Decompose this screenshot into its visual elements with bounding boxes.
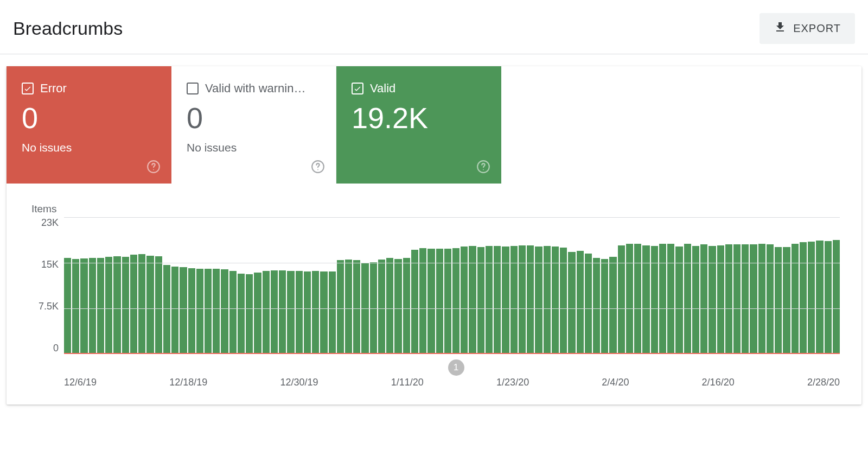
help-icon[interactable] [146,160,161,174]
chart-bar[interactable] [750,244,757,354]
chart-bar[interactable] [89,258,96,354]
chart-bar[interactable] [263,271,270,354]
chart-bar[interactable] [196,269,203,354]
chart-bar[interactable] [560,248,567,354]
chart-bar[interactable] [634,244,641,354]
checkbox-warning[interactable] [187,83,199,94]
chart-bar[interactable] [146,256,154,354]
chart-bar[interactable] [238,274,245,354]
chart-bar[interactable] [386,258,393,354]
chart-bar[interactable] [345,260,352,354]
chart-bar[interactable] [692,246,699,354]
chart-bar[interactable] [403,258,410,354]
chart-bar[interactable] [585,254,592,354]
chart-bar[interactable] [436,249,443,354]
chart-bar[interactable] [452,248,459,354]
chart-bar[interactable] [296,271,303,354]
chart-bar[interactable] [221,269,228,354]
tile-error[interactable]: Error 0 No issues [7,66,171,184]
checkbox-valid[interactable] [352,83,363,94]
chart-bar[interactable] [725,244,732,354]
chart-bar[interactable] [205,269,212,354]
chart-bar[interactable] [64,258,71,354]
chart-bar[interactable] [411,250,418,354]
chart-bar[interactable] [378,260,385,354]
chart-bar[interactable] [642,245,649,355]
chart-bar[interactable] [742,244,749,354]
chart-bar[interactable] [130,255,137,354]
tile-warning[interactable]: Valid with warnin… 0 No issues [171,66,336,184]
chart-bar[interactable] [97,258,104,354]
chart-bar[interactable] [254,273,261,354]
chart-bar[interactable] [80,258,87,354]
x-tick: 12/6/19 [64,377,97,388]
chart-bar[interactable] [163,265,170,354]
chart-plot[interactable]: 1 [64,217,840,354]
x-tick: 1/23/20 [496,377,529,388]
chart-bar[interactable] [213,269,220,354]
chart-bar[interactable] [113,256,120,354]
chart-bar[interactable] [667,244,674,354]
chart-bar[interactable] [510,246,518,354]
chart-bar[interactable] [593,258,600,354]
chart-bar[interactable] [601,259,608,354]
chart-bar[interactable] [733,244,741,354]
chart-bar[interactable] [626,244,633,354]
chart-annotation[interactable]: 1 [448,359,464,376]
chart-bar[interactable] [758,244,765,354]
help-icon[interactable] [476,160,490,174]
chart-bar[interactable] [618,245,625,355]
chart-bar[interactable] [792,244,799,354]
chart-bar[interactable] [700,244,707,354]
chart-bar[interactable] [155,256,162,354]
chart-bar[interactable] [304,271,311,354]
chart-bar[interactable] [651,246,658,354]
chart-bar[interactable] [519,245,526,355]
chart-bar[interactable] [229,271,237,354]
chart-bar[interactable] [684,244,691,354]
chart-bar[interactable] [246,274,253,354]
chart-bar[interactable] [337,260,344,354]
chart-bar[interactable] [816,241,823,354]
chart-bar[interactable] [717,245,724,355]
chart-bar[interactable] [427,249,435,354]
chart-bar[interactable] [544,246,551,354]
chart-bar[interactable] [833,240,840,354]
chart-bar[interactable] [767,244,774,354]
chart-bar[interactable] [394,259,401,354]
chart-bar[interactable] [709,246,716,354]
chart-bar[interactable] [577,251,584,354]
chart-bar[interactable] [808,242,815,354]
chart-bar[interactable] [568,252,575,354]
chart-bar[interactable] [180,267,187,354]
chart-bar[interactable] [444,249,451,354]
chart-bar[interactable] [312,271,319,354]
chart-x-axis: 12/6/1912/18/1912/30/191/11/201/23/202/4… [64,377,840,388]
chart-bar[interactable] [171,267,178,354]
chart-bar[interactable] [527,245,534,355]
chart-bar[interactable] [825,241,832,354]
svg-point-3 [317,169,318,170]
chart-bar[interactable] [800,242,807,354]
chart-bar[interactable] [609,257,616,354]
chart-bar[interactable] [279,270,286,354]
chart-bar[interactable] [419,248,426,354]
chart-bar[interactable] [188,268,195,354]
chart-bar[interactable] [320,271,327,354]
chart-bar[interactable] [469,246,476,354]
chart-bar[interactable] [353,260,360,354]
chart-bar[interactable] [329,271,336,354]
chart-bar[interactable] [72,259,79,354]
chart-bar[interactable] [271,270,278,354]
chart-bar[interactable] [494,246,501,354]
chart-bar[interactable] [659,244,666,354]
chart-bar[interactable] [287,271,294,354]
chart-bar[interactable] [486,246,493,354]
chart-bar[interactable] [138,254,145,354]
checkbox-error[interactable] [22,83,34,94]
chart-bar[interactable] [105,257,112,354]
help-icon[interactable] [311,160,325,174]
chart-bar[interactable] [122,257,129,354]
tile-valid[interactable]: Valid 19.2K [336,66,501,184]
export-button[interactable]: EXPORT [760,13,855,44]
